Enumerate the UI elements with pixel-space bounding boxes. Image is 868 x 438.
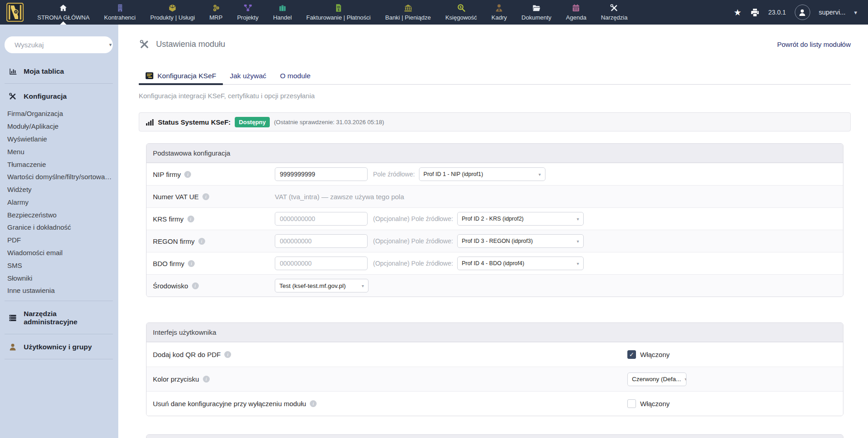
row-button-color: Kolor przycisku i Czerwony (Defa... ▾	[146, 367, 843, 391]
field-label-text: Numer VAT UE	[153, 193, 199, 201]
row-krs: KRS firmy i (Opcjonalne) Pole źródłowe: …	[146, 207, 843, 230]
bookmark-star-icon[interactable]: ★	[734, 7, 742, 18]
button-color-select[interactable]: Czerwony (Defa... ▾	[627, 373, 686, 386]
krs-input[interactable]	[275, 212, 368, 226]
krs-source-select[interactable]: Prof ID 2 - KRS (idprof2) ▾	[457, 212, 584, 226]
app-logo[interactable]	[0, 0, 30, 25]
field-label: Kolor przycisku i	[153, 375, 627, 383]
sidebar-item-limits[interactable]: Granice i dokładność	[5, 221, 113, 234]
sidebar-item-pdf[interactable]: PDF	[5, 234, 113, 247]
sidebar-item-emails[interactable]: Wiadomości email	[5, 247, 113, 259]
sidebar-section-users-groups[interactable]: Użytkownicy i grupy	[5, 337, 113, 357]
user-icon	[8, 343, 17, 351]
project-diagram-icon	[243, 4, 252, 12]
vat-note: VAT (tva_intra) — zawsze używa tego pola	[275, 193, 404, 201]
field-controls: Włączony	[627, 350, 837, 359]
sidebar-divider	[5, 301, 113, 301]
third-parties-icon	[116, 4, 125, 12]
module-setup-tools-icon	[139, 39, 150, 50]
nav-item-hrm[interactable]: Kadry	[484, 0, 514, 25]
status-label: Status Systemu KSeF:	[158, 118, 231, 126]
signal-bars-icon	[146, 119, 154, 126]
sidebar-section-label: Narzędzia administracyjne	[24, 310, 110, 326]
info-icon[interactable]: i	[198, 238, 205, 245]
sidebar-section-admin-tools[interactable]: Narzędzia administracyjne	[5, 304, 113, 332]
sidebar-item-dictionaries[interactable]: Słowniki	[5, 272, 113, 284]
regon-source-select[interactable]: Prof ID 3 - REGON (idprof3) ▾	[457, 234, 584, 248]
info-icon[interactable]: i	[192, 282, 199, 289]
sidebar-item-translation[interactable]: Tłumaczenie	[5, 158, 113, 171]
info-icon[interactable]: i	[184, 171, 191, 178]
info-icon[interactable]: i	[224, 351, 231, 358]
sidebar-item-dashboard[interactable]: Moja tablica	[5, 61, 113, 81]
print-icon[interactable]	[750, 8, 760, 17]
bdo-input[interactable]	[275, 257, 368, 270]
sidebar-item-company[interactable]: Firma/Organizacja	[5, 107, 113, 120]
sidebar-search[interactable]: ▾	[5, 36, 113, 53]
chevron-down-icon: ▾	[539, 172, 541, 177]
info-icon[interactable]: i	[203, 376, 210, 383]
nip-input[interactable]	[275, 167, 368, 181]
basic-configuration-card: Podstawowa konfiguracja NIP firmy i Pole…	[146, 143, 843, 297]
bank-icon	[404, 4, 413, 12]
nav-item-label: MRP	[209, 14, 222, 21]
nav-item-documents[interactable]: Dokumenty	[514, 0, 559, 25]
user-avatar[interactable]	[795, 5, 810, 20]
info-icon[interactable]: i	[202, 193, 209, 200]
qr-pdf-checkbox[interactable]	[627, 350, 636, 359]
sidebar-item-display[interactable]: Wyświetlanie	[5, 133, 113, 146]
field-label: KRS firmy i	[153, 215, 275, 223]
nav-item-accounting[interactable]: $ Księgowość	[438, 0, 484, 25]
sidebar-section-label: Konfiguracja	[24, 92, 67, 101]
sidebar-item-other-settings[interactable]: Inne ustawienia	[5, 284, 113, 297]
chevron-down-icon[interactable]: ▾	[854, 9, 857, 16]
search-input[interactable]	[15, 41, 105, 49]
field-controls: Czerwony (Defa... ▾	[627, 373, 837, 386]
select-value: Prof ID 2 - KRS (idprof2)	[462, 216, 524, 222]
environment-select[interactable]: Test (ksef-test.mf.gov.pl) ▾	[275, 279, 368, 292]
version-number: 23.0.1	[768, 9, 786, 16]
nav-item-agenda[interactable]: Agenda	[559, 0, 594, 25]
nav-item-home[interactable]: STRONA GŁÓWNA	[30, 0, 97, 25]
nav-item-banks[interactable]: Banki | Pieniądze	[378, 0, 438, 25]
hrm-user-tie-icon	[495, 4, 504, 12]
field-label-text: Usuń dane konfiguracyjne przy wyłączeniu…	[153, 400, 306, 408]
sidebar-item-widgets[interactable]: Widżety	[5, 183, 113, 196]
tab-about-module[interactable]: O module	[273, 67, 317, 84]
select-value: Prof ID 3 - REGON (idprof3)	[462, 238, 533, 244]
back-to-modules-link[interactable]: Powrót do listy modułów	[777, 40, 851, 48]
nav-item-products[interactable]: Produkty | Usługi	[143, 0, 202, 25]
nip-source-select[interactable]: Prof ID 1 - NIP (idprof1) ▾	[419, 167, 545, 181]
nav-item-third-parties[interactable]: Kontrahenci	[97, 0, 143, 25]
field-label: Dodaj kod QR do PDF i	[153, 351, 627, 358]
select-value: Test (ksef-test.mf.gov.pl)	[279, 282, 346, 289]
sidebar-item-security[interactable]: Bezpieczeństwo	[5, 208, 113, 221]
search-dropdown-caret-icon[interactable]: ▾	[109, 42, 112, 48]
sidebar-item-alerts[interactable]: Alarmy	[5, 196, 113, 208]
bdo-source-select[interactable]: Prof ID 4 - BDO (idprof4) ▾	[457, 257, 584, 270]
username-label[interactable]: supervi...	[819, 9, 846, 16]
page-subtitle: Konfiguracja integracji KSeF, certyfikat…	[139, 92, 851, 100]
nav-item-tools[interactable]: Narzędzia	[594, 0, 635, 25]
regon-input[interactable]	[275, 234, 368, 248]
nav-item-commerce[interactable]: Handel	[266, 0, 299, 25]
nav-item-label: Fakturowanie | Płatności	[306, 14, 370, 21]
chevron-down-icon: ▾	[577, 261, 579, 266]
info-icon[interactable]: i	[310, 400, 317, 407]
info-icon[interactable]: i	[188, 260, 195, 267]
purge-checkbox[interactable]	[627, 399, 636, 408]
tab-ksef-configuration[interactable]: Konfiguracja KSeF	[139, 67, 223, 84]
info-icon[interactable]: i	[187, 216, 194, 222]
nav-item-mrp[interactable]: MRP	[202, 0, 230, 25]
page-layout: ▾ Moja tablica Konfiguracja Firma/Organi…	[0, 25, 868, 438]
sidebar-item-defaults[interactable]: Wartości domyślne/filtry/sortowa…	[5, 171, 113, 183]
sidebar-section-configuration[interactable]: Konfiguracja	[5, 86, 113, 106]
nav-item-billing[interactable]: $ Fakturowanie | Płatności	[299, 0, 378, 25]
nav-item-label: Banki | Pieniądze	[385, 14, 431, 21]
ksef-status-box: Status Systemu KSeF: Dostępny (Ostatnie …	[139, 112, 851, 131]
sidebar-item-menu[interactable]: Menu	[5, 145, 113, 158]
tab-how-to-use[interactable]: Jak używać	[223, 67, 273, 84]
sidebar-item-modules[interactable]: Moduły/Aplikacje	[5, 120, 113, 133]
nav-item-projects[interactable]: Projekty	[230, 0, 266, 25]
sidebar-item-sms[interactable]: SMS	[5, 259, 113, 272]
